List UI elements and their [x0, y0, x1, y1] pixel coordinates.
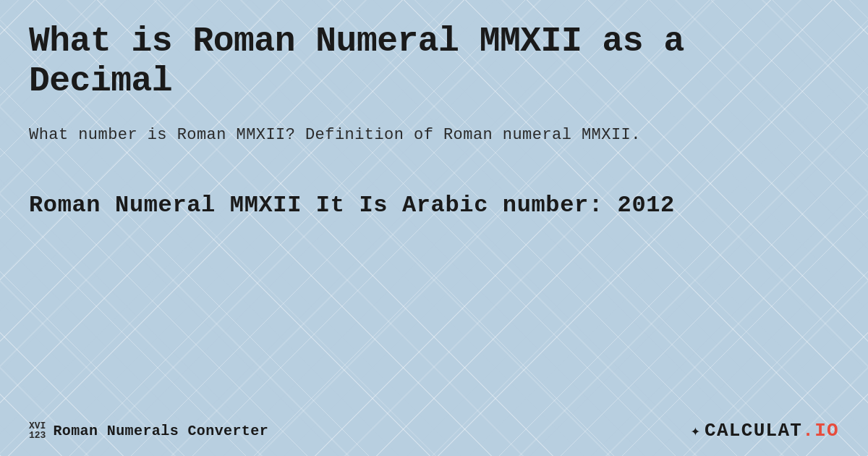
calculat-suffix: .IO	[802, 420, 839, 442]
page-subtitle: What number is Roman MMXII? Definition o…	[29, 123, 839, 147]
footer: XVI 123 Roman Numerals Converter ✦ CALCU…	[29, 420, 839, 442]
footer-left: XVI 123 Roman Numerals Converter	[29, 421, 268, 440]
calculat-logo: ✦ CALCULAT.IO	[691, 420, 839, 442]
result-text: Roman Numeral MMXII It Is Arabic number:…	[29, 190, 839, 221]
brand-name: Roman Numerals Converter	[53, 423, 268, 439]
roman-numeral-icon: XVI 123	[29, 421, 46, 440]
main-content: What is Roman Numeral MMXII as a Decimal…	[0, 0, 868, 279]
calculator-icon: ✦	[691, 421, 700, 441]
page-title: What is Roman Numeral MMXII as a Decimal	[29, 22, 839, 101]
calculat-text: CALCULAT.IO	[705, 420, 839, 442]
